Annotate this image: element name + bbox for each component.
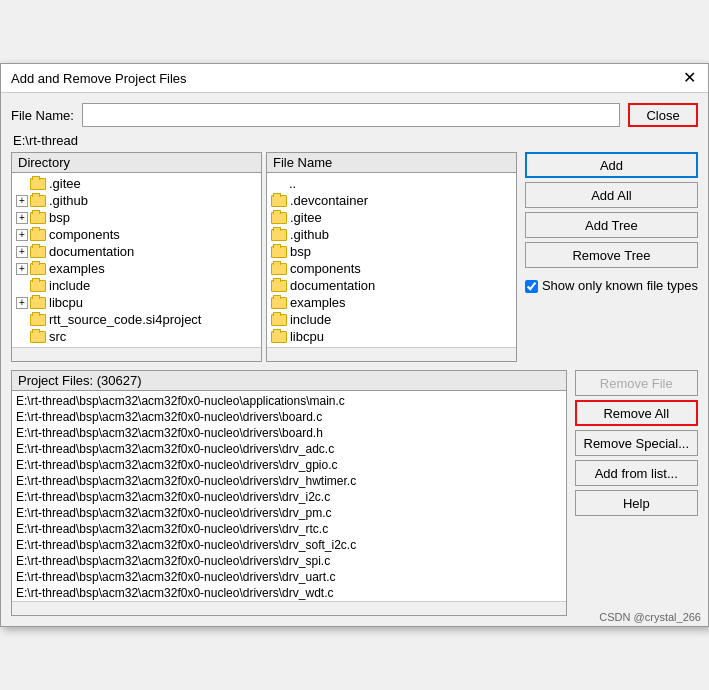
file-item-label: libcpu (290, 329, 324, 344)
close-x-button[interactable]: ✕ (681, 70, 698, 86)
left-panels: Directory .gitee+.github+bsp+components+… (11, 152, 517, 362)
add-from-list-button[interactable]: Add from list... (575, 460, 699, 486)
expand-icon[interactable]: + (16, 297, 28, 309)
file-list-item[interactable]: libcpu (267, 328, 516, 345)
folder-icon (30, 314, 46, 326)
directory-tree-item[interactable]: +libcpu (12, 294, 261, 311)
file-list-item[interactable]: .gitee (267, 209, 516, 226)
directory-tree-item[interactable]: +examples (12, 260, 261, 277)
show-only-checkbox[interactable] (525, 280, 538, 293)
file-list-item[interactable]: components (267, 260, 516, 277)
project-file-item[interactable]: E:\rt-thread\bsp\acm32\acm32f0x0-nucleo\… (12, 569, 566, 585)
project-file-item[interactable]: E:\rt-thread\bsp\acm32\acm32f0x0-nucleo\… (12, 441, 566, 457)
file-name-input[interactable] (82, 103, 620, 127)
remove-tree-button[interactable]: Remove Tree (525, 242, 698, 268)
file-list-item[interactable]: .github (267, 226, 516, 243)
close-button[interactable]: Close (628, 103, 698, 127)
folder-icon (271, 297, 287, 309)
tree-item-label: .gitee (49, 176, 81, 191)
project-file-item[interactable]: E:\rt-thread\bsp\acm32\acm32f0x0-nucleo\… (12, 489, 566, 505)
project-file-item[interactable]: E:\rt-thread\bsp\acm32\acm32f0x0-nucleo\… (12, 585, 566, 601)
directory-scrollbar-h[interactable] (12, 347, 261, 361)
watermark: CSDN @crystal_266 (599, 611, 701, 623)
file-list-item[interactable]: documentation (267, 277, 516, 294)
path-label: E:\rt-thread (13, 133, 698, 148)
folder-icon (271, 212, 287, 224)
tree-item-label: .github (49, 193, 88, 208)
tree-item-label: include (49, 278, 90, 293)
folder-icon (30, 280, 46, 292)
project-file-item[interactable]: E:\rt-thread\bsp\acm32\acm32f0x0-nucleo\… (12, 505, 566, 521)
folder-icon (271, 280, 287, 292)
dialog-title: Add and Remove Project Files (11, 71, 187, 86)
tree-item-label: rtt_source_code.si4project (49, 312, 201, 327)
project-files-section: Project Files: (30627) E:\rt-thread\bsp\… (11, 370, 698, 616)
remove-special-button[interactable]: Remove Special... (575, 430, 699, 456)
folder-icon (30, 331, 46, 343)
file-item-label: .devcontainer (290, 193, 368, 208)
directory-tree-item[interactable]: src (12, 328, 261, 345)
directory-tree-item[interactable]: +documentation (12, 243, 261, 260)
dialog: Add and Remove Project Files ✕ File Name… (0, 63, 709, 627)
folder-icon (30, 195, 46, 207)
project-file-item[interactable]: E:\rt-thread\bsp\acm32\acm32f0x0-nucleo\… (12, 409, 566, 425)
help-button[interactable]: Help (575, 490, 699, 516)
file-list-item[interactable]: include (267, 311, 516, 328)
remove-file-button[interactable]: Remove File (575, 370, 699, 396)
project-files-list[interactable]: E:\rt-thread\bsp\acm32\acm32f0x0-nucleo\… (12, 391, 566, 601)
tree-item-label: documentation (49, 244, 134, 259)
directory-tree-item[interactable]: +bsp (12, 209, 261, 226)
add-tree-button[interactable]: Add Tree (525, 212, 698, 238)
directory-tree-item[interactable]: rtt_source_code.si4project (12, 311, 261, 328)
file-list[interactable]: ...devcontainer.gitee.githubbspcomponent… (267, 173, 516, 347)
project-file-item[interactable]: E:\rt-thread\bsp\acm32\acm32f0x0-nucleo\… (12, 521, 566, 537)
file-item-label: documentation (290, 278, 375, 293)
expand-icon[interactable]: + (16, 229, 28, 241)
directory-header: Directory (12, 153, 261, 173)
directory-tree-item[interactable]: +.github (12, 192, 261, 209)
tree-item-label: libcpu (49, 295, 83, 310)
expand-icon[interactable]: + (16, 195, 28, 207)
file-list-item[interactable]: .devcontainer (267, 192, 516, 209)
directory-tree-item[interactable]: .gitee (12, 175, 261, 192)
folder-icon (30, 263, 46, 275)
folder-icon (271, 331, 287, 343)
project-files-panel: Project Files: (30627) E:\rt-thread\bsp\… (11, 370, 567, 616)
file-item-label: .github (290, 227, 329, 242)
file-item-label: include (290, 312, 331, 327)
file-item-label: .gitee (290, 210, 322, 225)
tree-item-label: components (49, 227, 120, 242)
file-list-item[interactable]: .. (267, 175, 516, 192)
show-only-row: Show only known file types (525, 278, 698, 293)
expand-icon[interactable]: + (16, 246, 28, 258)
file-scrollbar-h[interactable] (267, 347, 516, 361)
project-file-item[interactable]: E:\rt-thread\bsp\acm32\acm32f0x0-nucleo\… (12, 537, 566, 553)
directory-panel: Directory .gitee+.github+bsp+components+… (11, 152, 262, 362)
project-file-item[interactable]: E:\rt-thread\bsp\acm32\acm32f0x0-nucleo\… (12, 553, 566, 569)
project-file-item[interactable]: E:\rt-thread\bsp\acm32\acm32f0x0-nucleo\… (12, 473, 566, 489)
add-all-button[interactable]: Add All (525, 182, 698, 208)
remove-all-button[interactable]: Remove All (575, 400, 699, 426)
expand-icon[interactable]: + (16, 212, 28, 224)
show-only-label: Show only known file types (542, 278, 698, 293)
project-file-item[interactable]: E:\rt-thread\bsp\acm32\acm32f0x0-nucleo\… (12, 425, 566, 441)
directory-tree-item[interactable]: include (12, 277, 261, 294)
file-list-item[interactable]: examples (267, 294, 516, 311)
panels-row: Directory .gitee+.github+bsp+components+… (11, 152, 698, 362)
file-list-item[interactable]: bsp (267, 243, 516, 260)
file-item-label: examples (290, 295, 346, 310)
project-files-header: Project Files: (30627) (12, 371, 566, 391)
directory-tree-item[interactable]: +components (12, 226, 261, 243)
file-name-row: File Name: Close (11, 103, 698, 127)
expand-icon[interactable]: + (16, 263, 28, 275)
file-item-label: .. (289, 176, 296, 191)
file-name-panel: File Name ...devcontainer.gitee.githubbs… (266, 152, 517, 362)
project-file-item[interactable]: E:\rt-thread\bsp\acm32\acm32f0x0-nucleo\… (12, 393, 566, 409)
project-files-scrollbar-h[interactable] (12, 601, 566, 615)
project-file-item[interactable]: E:\rt-thread\bsp\acm32\acm32f0x0-nucleo\… (12, 457, 566, 473)
folder-icon (30, 246, 46, 258)
folder-icon (271, 246, 287, 258)
add-button[interactable]: Add (525, 152, 698, 178)
directory-tree[interactable]: .gitee+.github+bsp+components+documentat… (12, 173, 261, 347)
right-buttons-bottom: Remove File Remove All Remove Special...… (575, 370, 699, 616)
